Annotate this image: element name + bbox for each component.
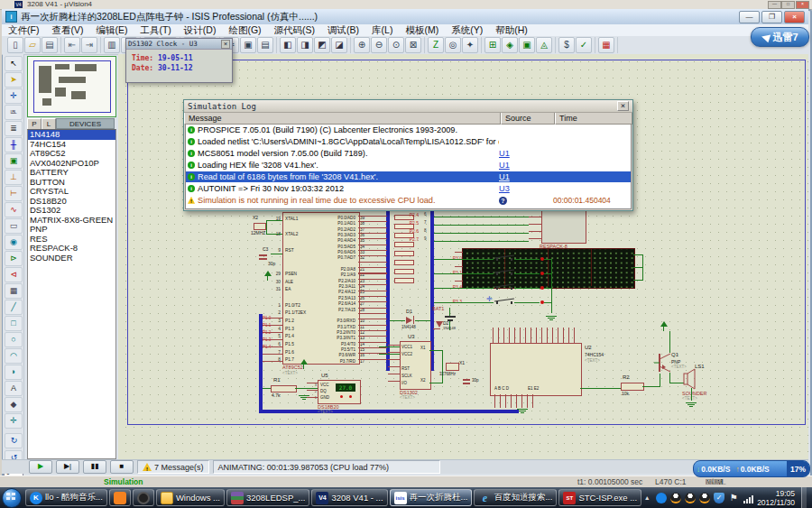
2d-text-icon[interactable]: A [5,381,23,396]
minimize-button[interactable]: — [739,11,760,23]
rotate-cw-icon[interactable]: ↻ [5,433,23,448]
kugou-tray-icon[interactable] [656,493,667,503]
2d-box-icon[interactable]: □ [5,316,23,331]
device-BATTERY[interactable]: BATTERY [28,168,115,178]
source-link[interactable]: U1 [499,149,510,158]
network-icon[interactable] [743,493,753,503]
menu-查看(V)[interactable]: 查看(V) [45,24,89,36]
zoom-area-icon[interactable]: ⊠ [405,37,421,53]
2d-path-icon[interactable]: ◗ [5,365,23,380]
graph-mode-icon[interactable]: ∿ [5,202,23,217]
device-list[interactable]: 1N414874HC154AT89C52AVX0402NPO10PBATTERY… [27,129,116,459]
device-1N4148[interactable]: 1N4148 [28,130,115,140]
taskbar-keil[interactable]: V43208 V41 - ... [311,489,387,506]
pick-parts-icon[interactable]: ⊞ [484,37,501,53]
qq-2-icon[interactable] [685,493,696,503]
start-button[interactable] [2,488,22,508]
message-counter[interactable]: ! 7 Message(s) [137,460,209,474]
bill-of-materials-icon[interactable]: $ [558,37,575,53]
simulation-log-titlebar[interactable]: Simulation Log × [184,100,632,113]
block-move-icon[interactable]: ◨ [297,37,313,53]
simulation-log-dialog[interactable]: Simulation Log × Message Source Time iPR… [183,99,633,211]
menu-文件(F)[interactable]: 文件(F) [2,24,45,36]
taskbar-ie[interactable]: e百度知道搜索... [474,489,557,506]
uvision-close-button[interactable]: × [796,1,809,9]
text-script-icon[interactable]: ≣ [5,121,23,136]
menu-系统(Y)[interactable]: 系统(Y) [445,24,489,36]
export-section-icon[interactable]: ⇥ [81,37,97,53]
netlist-to-ares-icon[interactable]: ▦ [598,37,614,53]
electrical-rule-check-icon[interactable]: ✓ [576,37,592,53]
log-row[interactable]: iAUTOINIT => Fri 30 Nov 19:03:32 2012U3 [186,182,631,194]
tape-recorder-icon[interactable]: ▭ [5,218,23,234]
decompose-icon[interactable]: ◬ [536,37,552,53]
junction-dot-icon[interactable]: ✛ [5,88,23,104]
menu-帮助(H)[interactable]: 帮助(H) [489,24,534,36]
menu-模板(M)[interactable]: 模板(M) [399,24,445,36]
action-center-flag-icon[interactable]: ⚑ [728,493,739,503]
taskbar-film[interactable] [133,489,154,506]
qq-1-icon[interactable] [670,493,681,503]
menu-设计(D)[interactable]: 设计(D) [178,24,223,36]
voltage-probe-icon[interactable]: ⊳ [5,251,23,266]
device-DS1302[interactable]: DS1302 [28,206,115,216]
overview-minimap[interactable] [27,56,116,117]
virtual-instruments-icon[interactable]: ▦ [5,283,23,299]
log-row[interactable]: iRead total of 6186 bytes from file '320… [186,171,631,183]
packaging-tool-icon[interactable]: ▣ [519,37,535,53]
qq-3-icon[interactable] [699,493,710,503]
device-SOUNDER[interactable]: SOUNDER [28,254,115,263]
log-body[interactable]: iPROSPICE 7.05.01 (Build 7190) (C) Labce… [185,125,632,209]
source-link[interactable]: U1 [499,172,510,181]
source-link[interactable]: U3 [499,184,510,193]
generator-mode-icon[interactable]: ◉ [5,235,23,250]
component-mode-icon[interactable]: ➤ [5,72,23,88]
close-icon[interactable]: × [617,101,629,111]
taskbar-media[interactable] [109,489,131,506]
property-assignment-icon[interactable]: ✦ [462,37,478,53]
wire-label-icon[interactable]: LBL [5,105,23,120]
menu-编辑(E)[interactable]: 编辑(E) [89,24,134,36]
menu-源代码(S)[interactable]: 源代码(S) [268,24,322,36]
uvision-minimize-button[interactable]: — [768,1,781,9]
copy-icon[interactable]: ▣ [240,37,256,53]
clock-popup-titlebar[interactable]: DS1302 Clock - U3 × [126,39,232,50]
zoom-out-icon[interactable]: ⊖ [371,37,387,53]
device-CRYSTAL[interactable]: CRYSTAL [28,187,115,197]
menu-工具(T)[interactable]: 工具(T) [134,24,177,36]
2d-symbol-icon[interactable]: ◆ [5,397,23,412]
taskbar-explorer[interactable]: Windows ... [156,489,225,506]
taskbar-clock[interactable]: 19:05 2012/11/30 [757,489,795,507]
zoom-in-icon[interactable]: ⊕ [354,37,370,53]
isis-titlebar[interactable]: i 再一次折腾杜洋的3208LED点阵电子钟 - ISIS Profession… [2,9,808,24]
open-design-icon[interactable]: ▱ [24,37,41,53]
device-AT89C52[interactable]: AT89C52 [28,149,115,159]
block-delete-icon[interactable]: ◪ [331,37,347,53]
import-section-icon[interactable]: ⇤ [64,37,80,53]
stop-button[interactable]: ■ [110,460,134,474]
menu-库(L)[interactable]: 库(L) [365,24,399,36]
paste-icon[interactable]: ▤ [257,37,273,53]
block-rotate-icon[interactable]: ◩ [314,37,330,53]
device-PNP[interactable]: PNP [28,225,115,235]
2d-line-icon[interactable]: ╱ [5,300,23,315]
print-icon[interactable]: ▥ [104,37,120,53]
thunder-launcher-button[interactable]: 迅雷7 [751,27,809,47]
net-speed-overlay[interactable]: ↓ 0.0KB/S ↑ 0.0KB/S 17% [693,460,810,477]
maximize-button[interactable]: ❐ [761,11,782,23]
log-row[interactable]: iLoaded netlist 'C:\Users\ADMINI~1.8GC\A… [186,136,631,148]
column-source[interactable]: Source [501,113,555,125]
make-device-icon[interactable]: ◈ [502,37,518,53]
terminal-mode-icon[interactable]: ⊥ [5,170,23,185]
log-row[interactable]: iLoading HEX file '3208 V41.hex'.U1 [186,160,631,171]
log-row[interactable]: iPROSPICE 7.05.01 (Build 7190) (C) Labce… [186,125,631,136]
search-tag-icon[interactable]: ◎ [445,37,461,53]
taskbar-stc[interactable]: STSTC-ISP.exe ... [558,489,641,506]
pause-button[interactable]: ▮▮ [83,460,106,474]
2d-marker-icon[interactable]: ✛ [5,413,23,429]
save-design-icon[interactable]: ▤ [42,37,58,53]
help-icon[interactable]: ? [499,197,507,205]
device-RESPACK-8[interactable]: RESPACK-8 [28,244,115,254]
taskbar-isis[interactable]: isis再一次折腾杜... [390,489,473,506]
menu-绘图(G)[interactable]: 绘图(G) [222,24,267,36]
